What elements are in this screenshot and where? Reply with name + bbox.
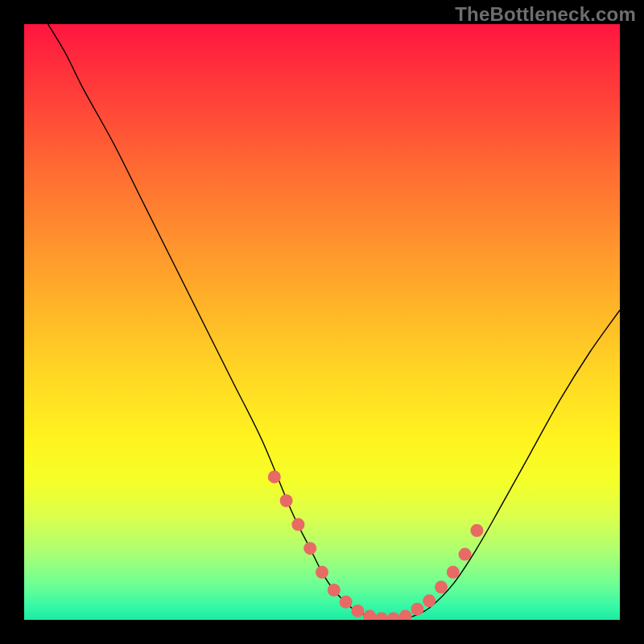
- highlight-dot: [447, 566, 460, 579]
- highlight-dot: [291, 518, 304, 531]
- chart-svg: [24, 24, 620, 620]
- highlight-dot: [268, 470, 281, 483]
- highlight-dot: [470, 524, 483, 537]
- highlight-dot: [303, 542, 316, 555]
- watermark-text: TheBottleneck.com: [455, 3, 636, 26]
- highlight-dot: [328, 584, 341, 597]
- highlight-dot: [459, 548, 472, 561]
- highlight-dot: [340, 596, 353, 609]
- highlight-dot: [316, 566, 328, 579]
- highlight-dot: [423, 594, 436, 607]
- highlight-dot: [411, 603, 423, 616]
- highlight-dot: [351, 605, 364, 617]
- highlight-dot: [435, 580, 448, 593]
- highlight-dot: [375, 613, 388, 620]
- highlight-dots: [268, 470, 484, 620]
- highlight-dot: [280, 494, 293, 507]
- highlight-dot: [363, 610, 376, 620]
- bottleneck-curve: [48, 24, 620, 620]
- highlight-dot: [399, 610, 412, 620]
- highlight-dot: [387, 613, 400, 620]
- plot-area: [24, 24, 620, 620]
- chart-frame: TheBottleneck.com: [0, 0, 644, 644]
